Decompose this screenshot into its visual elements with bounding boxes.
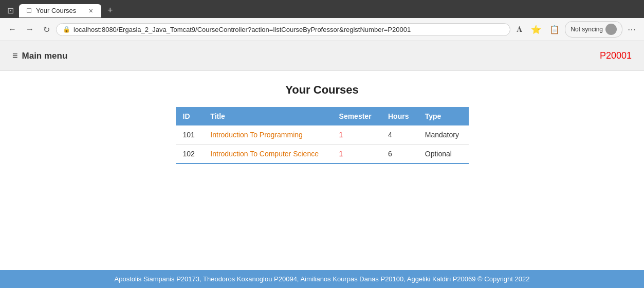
page-heading: Your Courses	[285, 83, 359, 97]
sync-label: Not syncing	[571, 26, 603, 33]
main-menu-label: Main menu	[22, 51, 68, 61]
more-button[interactable]: ⋯	[624, 23, 639, 37]
table-row: 102Introduction To Computer Science16Opt…	[176, 145, 469, 164]
col-title: Title	[203, 107, 332, 125]
active-tab[interactable]: ☐ Your Courses ×	[19, 4, 101, 17]
hamburger-icon: ≡	[12, 50, 18, 61]
page-content: ≡ Main menu P20001 Your Courses ID Title…	[0, 41, 644, 288]
cell-semester: 1	[332, 145, 381, 164]
table-row: 101Introduction To Programming14Mandator…	[176, 125, 469, 145]
sync-button[interactable]: Not syncing	[565, 21, 622, 38]
main-area: Your Courses ID Title Semester Hours Typ…	[0, 71, 644, 270]
tab-square-button[interactable]: ⊡	[4, 4, 17, 17]
courses-table: ID Title Semester Hours Type 101Introduc…	[176, 107, 469, 164]
cell-type: Optional	[418, 145, 469, 164]
cell-type: Mandatory	[418, 125, 469, 145]
address-text: localhost:8080/Ergasia_2_Java_Tomcat9/Co…	[73, 26, 504, 33]
profile-avatar	[605, 24, 617, 35]
tab-title-label: Your Courses	[36, 7, 84, 14]
address-bar[interactable]: 🔒 localhost:8080/Ergasia_2_Java_Tomcat9/…	[56, 23, 510, 36]
table-header-row: ID Title Semester Hours Type	[176, 107, 469, 125]
nav-tools: 𝐀 ⭐ 📋 Not syncing ⋯	[513, 21, 639, 38]
nav-bar: ← → ↻ 🔒 localhost:8080/Ergasia_2_Java_To…	[0, 18, 644, 41]
tab-bar: ⊡ ☐ Your Courses × +	[0, 0, 644, 18]
cell-semester: 1	[332, 125, 381, 145]
course-title-link[interactable]: Introduction To Programming	[210, 131, 303, 139]
col-hours: Hours	[381, 107, 418, 125]
refresh-button[interactable]: ↻	[40, 23, 53, 37]
main-menu[interactable]: ≡ Main menu	[12, 50, 67, 61]
col-semester: Semester	[332, 107, 381, 125]
tab-page-icon: ☐	[26, 7, 32, 14]
lock-icon: 🔒	[63, 26, 70, 33]
course-title-link[interactable]: Introduction To Computer Science	[210, 150, 319, 158]
cell-title[interactable]: Introduction To Computer Science	[203, 145, 332, 164]
collections-button[interactable]: 📋	[546, 23, 563, 37]
professor-id: P20001	[600, 50, 632, 61]
cell-id: 101	[176, 125, 204, 145]
read-aloud-button[interactable]: 𝐀	[513, 23, 526, 36]
footer: Apostolis Siampanis P20173, Theodoros Ko…	[0, 270, 644, 288]
back-button[interactable]: ←	[5, 23, 20, 36]
forward-button[interactable]: →	[23, 23, 37, 36]
browser-chrome: ⊡ ☐ Your Courses × + ← → ↻ 🔒 localhost:8…	[0, 0, 644, 41]
cell-hours: 6	[381, 145, 418, 164]
favorites-button[interactable]: ⭐	[528, 23, 544, 37]
cell-id: 102	[176, 145, 204, 164]
new-tab-button[interactable]: +	[103, 3, 117, 18]
cell-hours: 4	[381, 125, 418, 145]
header-bar: ≡ Main menu P20001	[0, 41, 644, 71]
footer-text: Apostolis Siampanis P20173, Theodoros Ko…	[115, 275, 530, 283]
col-type: Type	[418, 107, 469, 125]
cell-title[interactable]: Introduction To Programming	[203, 125, 332, 145]
col-id: ID	[176, 107, 204, 125]
tab-close-button[interactable]: ×	[88, 7, 94, 15]
